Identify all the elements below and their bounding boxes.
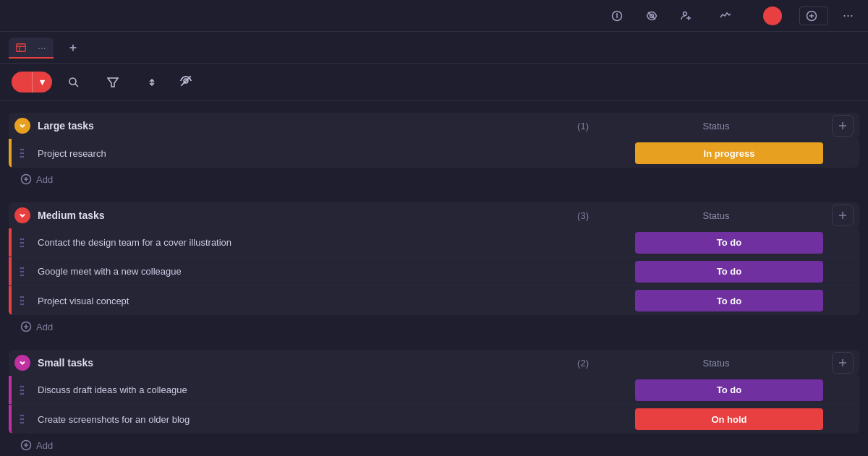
add-label: Add: [36, 440, 53, 451]
svg-point-41: [20, 267, 22, 268]
activity-icon: [720, 10, 731, 22]
row-drag-handle[interactable]: [12, 238, 32, 248]
hide-columns-button[interactable]: [175, 70, 197, 95]
search-button[interactable]: [61, 72, 91, 93]
task-status[interactable]: To do: [621, 261, 838, 283]
group-header-large-tasks[interactable]: Large tasks (1) Status: [9, 113, 859, 139]
search-icon: [68, 77, 80, 88]
group-large-tasks: Large tasks (1) Status Project research …: [9, 113, 859, 191]
activity-button[interactable]: [714, 7, 741, 25]
svg-point-39: [22, 241, 24, 243]
add-item-large-tasks[interactable]: Add: [9, 168, 859, 191]
info-button[interactable]: [605, 7, 629, 25]
table-row[interactable]: Create screenshots for an older blog On …: [9, 405, 859, 434]
more-options-button[interactable]: ···: [840, 5, 856, 26]
svg-marker-18: [108, 78, 118, 87]
group-chevron-small-tasks[interactable]: [14, 355, 30, 371]
group-title-large-tasks: Large tasks: [38, 120, 577, 132]
last-seen-button[interactable]: [753, 4, 788, 28]
new-item-dropdown-arrow[interactable]: ▾: [32, 72, 52, 93]
row-drag-handle[interactable]: [12, 414, 32, 424]
task-name: Discuss draft ideas with a colleague: [32, 384, 621, 395]
group-header-small-tasks[interactable]: Small tasks (2) Status: [9, 350, 859, 376]
status-badge[interactable]: In progress: [635, 142, 823, 164]
group-add-col-medium-tasks[interactable]: [832, 205, 854, 226]
group-count-large-tasks: (1): [577, 121, 589, 132]
task-status[interactable]: To do: [621, 379, 838, 401]
status-badge[interactable]: To do: [635, 232, 823, 254]
status-badge[interactable]: To do: [635, 290, 823, 311]
content-area: Large tasks (1) Status Project research …: [0, 101, 868, 456]
svg-point-29: [22, 156, 24, 158]
group-add-col-small-tasks[interactable]: [832, 352, 854, 374]
svg-point-36: [20, 241, 22, 243]
svg-point-24: [20, 149, 22, 150]
group-add-col-large-tasks[interactable]: [832, 115, 854, 137]
task-name: Create screenshots for an older blog: [32, 414, 621, 425]
add-board-button[interactable]: [799, 7, 828, 25]
svg-rect-11: [17, 43, 25, 51]
svg-point-52: [22, 304, 24, 305]
svg-point-25: [20, 152, 22, 154]
row-drag-handle[interactable]: [12, 385, 32, 395]
task-name: Google meet with a new colleague: [32, 266, 621, 277]
sort-button[interactable]: [139, 72, 169, 93]
task-status[interactable]: In progress: [621, 142, 838, 164]
task-status[interactable]: On hold: [621, 408, 838, 430]
group-chevron-large-tasks[interactable]: [14, 118, 30, 134]
invite-button[interactable]: [675, 7, 702, 25]
svg-point-66: [20, 422, 22, 423]
svg-point-61: [22, 385, 24, 387]
svg-point-16: [69, 78, 76, 85]
svg-point-59: [20, 389, 22, 390]
table-row[interactable]: Contact the design team for a cover illu…: [9, 228, 859, 257]
toolbar: ▾: [0, 64, 868, 101]
add-item-small-tasks[interactable]: Add: [9, 434, 859, 456]
plus-icon: [68, 43, 78, 53]
row-drag-handle[interactable]: [12, 296, 32, 306]
row-drag-handle[interactable]: [12, 267, 32, 277]
add-item-medium-tasks[interactable]: Add: [9, 315, 859, 338]
group-table-large-tasks: Project research In progress: [9, 139, 859, 168]
task-status[interactable]: To do: [621, 290, 838, 311]
svg-point-50: [22, 296, 24, 298]
svg-point-58: [20, 385, 22, 387]
table-icon: [16, 43, 26, 53]
svg-point-43: [20, 274, 22, 275]
avatar: [763, 7, 782, 25]
sort-icon: [146, 77, 158, 88]
eye-off-icon: [179, 74, 192, 87]
filter-button[interactable]: [100, 72, 130, 93]
svg-point-37: [20, 245, 22, 246]
tab-dots[interactable]: ···: [38, 42, 46, 53]
status-badge[interactable]: On hold: [635, 408, 823, 430]
row-drag-handle[interactable]: [12, 148, 32, 158]
svg-point-42: [20, 270, 22, 272]
svg-point-40: [22, 245, 24, 246]
table-row[interactable]: Discuss draft ideas with a colleague To …: [9, 376, 859, 405]
tab-main-table[interactable]: ···: [9, 38, 54, 58]
task-name: Contact the design team for a cover illu…: [32, 237, 621, 248]
table-row[interactable]: Google meet with a new colleague To do: [9, 257, 859, 286]
svg-point-60: [20, 392, 22, 394]
status-badge[interactable]: To do: [635, 379, 823, 401]
group-chevron-medium-tasks[interactable]: [14, 207, 30, 223]
new-item-button[interactable]: ▾: [12, 72, 52, 93]
add-label: Add: [36, 322, 53, 332]
add-view-button[interactable]: [62, 40, 87, 56]
eye-header-button[interactable]: [640, 7, 663, 25]
svg-point-62: [22, 389, 24, 390]
table-row[interactable]: Project visual concept To do: [9, 286, 859, 315]
svg-point-67: [22, 415, 24, 416]
info-circle-icon: [611, 10, 623, 22]
task-name: Project research: [32, 148, 621, 159]
svg-point-5: [683, 12, 686, 15]
table-row[interactable]: Project research In progress: [9, 139, 859, 168]
group-header-medium-tasks[interactable]: Medium tasks (3) Status: [9, 202, 859, 228]
svg-point-69: [22, 422, 24, 423]
task-status[interactable]: To do: [621, 232, 838, 254]
plus-circle-icon: [806, 10, 817, 22]
svg-point-64: [20, 415, 22, 416]
status-badge[interactable]: To do: [635, 261, 823, 283]
svg-point-46: [22, 274, 24, 275]
